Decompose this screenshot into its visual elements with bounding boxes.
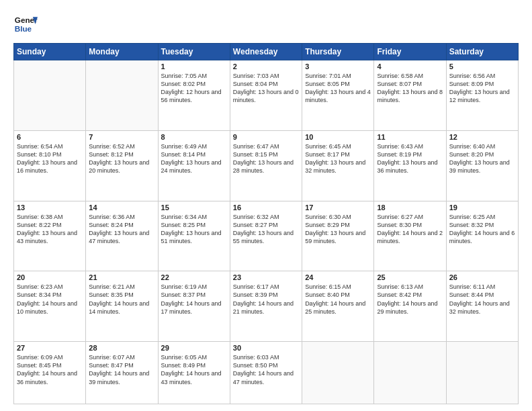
day-info: Sunrise: 6:07 AM Sunset: 8:47 PM Dayligh… xyxy=(89,353,154,386)
calendar-cell: 15Sunrise: 6:34 AM Sunset: 8:25 PM Dayli… xyxy=(158,201,230,271)
day-number: 4 xyxy=(377,62,443,71)
day-number: 18 xyxy=(377,203,443,212)
day-number: 30 xyxy=(233,344,299,352)
calendar-table: SundayMondayTuesdayWednesdayThursdayFrid… xyxy=(13,43,519,404)
day-info: Sunrise: 6:38 AM Sunset: 8:22 PM Dayligh… xyxy=(17,213,83,246)
day-number: 6 xyxy=(17,133,83,141)
day-info: Sunrise: 6:36 AM Sunset: 8:24 PM Dayligh… xyxy=(89,213,154,246)
calendar-cell: 14Sunrise: 6:36 AM Sunset: 8:24 PM Dayli… xyxy=(86,201,158,271)
logo: General Blue xyxy=(13,12,38,36)
weekday-monday: Monday xyxy=(86,44,158,60)
day-number: 21 xyxy=(89,273,154,281)
weekday-thursday: Thursday xyxy=(302,44,374,60)
calendar-cell: 17Sunrise: 6:30 AM Sunset: 8:29 PM Dayli… xyxy=(302,201,374,271)
day-info: Sunrise: 6:11 AM Sunset: 8:44 PM Dayligh… xyxy=(449,283,515,316)
weekday-friday: Friday xyxy=(374,44,446,60)
calendar-cell: 1Sunrise: 7:05 AM Sunset: 8:02 PM Daylig… xyxy=(158,60,230,131)
calendar-cell: 30Sunrise: 6:03 AM Sunset: 8:50 PM Dayli… xyxy=(230,342,302,404)
day-number: 26 xyxy=(449,273,515,281)
calendar-cell: 23Sunrise: 6:17 AM Sunset: 8:39 PM Dayli… xyxy=(230,271,302,342)
day-info: Sunrise: 6:47 AM Sunset: 8:15 PM Dayligh… xyxy=(233,142,299,175)
day-info: Sunrise: 6:49 AM Sunset: 8:14 PM Dayligh… xyxy=(161,142,227,175)
calendar-cell: 7Sunrise: 6:52 AM Sunset: 8:12 PM Daylig… xyxy=(86,130,158,201)
calendar-cell xyxy=(446,342,518,404)
calendar-cell: 27Sunrise: 6:09 AM Sunset: 8:45 PM Dayli… xyxy=(14,342,86,404)
calendar-cell: 9Sunrise: 6:47 AM Sunset: 8:15 PM Daylig… xyxy=(230,130,302,201)
day-number: 5 xyxy=(449,62,515,71)
day-number: 12 xyxy=(449,133,515,141)
calendar-cell: 3Sunrise: 7:01 AM Sunset: 8:05 PM Daylig… xyxy=(302,60,374,131)
day-info: Sunrise: 6:34 AM Sunset: 8:25 PM Dayligh… xyxy=(161,213,227,246)
day-number: 15 xyxy=(161,203,227,212)
day-info: Sunrise: 6:30 AM Sunset: 8:29 PM Dayligh… xyxy=(305,213,371,246)
calendar-cell xyxy=(14,60,86,131)
calendar-cell: 16Sunrise: 6:32 AM Sunset: 8:27 PM Dayli… xyxy=(230,201,302,271)
calendar-cell: 20Sunrise: 6:23 AM Sunset: 8:34 PM Dayli… xyxy=(14,271,86,342)
day-info: Sunrise: 6:09 AM Sunset: 8:45 PM Dayligh… xyxy=(17,353,83,386)
day-number: 7 xyxy=(89,133,154,141)
header: General Blue xyxy=(13,12,519,36)
page: General Blue SundayMondayTuesdayWednesda… xyxy=(0,0,532,411)
day-info: Sunrise: 6:13 AM Sunset: 8:42 PM Dayligh… xyxy=(377,283,443,316)
calendar-cell: 12Sunrise: 6:40 AM Sunset: 8:20 PM Dayli… xyxy=(446,130,518,201)
day-info: Sunrise: 6:23 AM Sunset: 8:34 PM Dayligh… xyxy=(17,283,83,316)
day-number: 25 xyxy=(377,273,443,281)
calendar-cell: 28Sunrise: 6:07 AM Sunset: 8:47 PM Dayli… xyxy=(86,342,158,404)
day-info: Sunrise: 6:54 AM Sunset: 8:10 PM Dayligh… xyxy=(17,142,83,175)
day-number: 14 xyxy=(89,203,154,212)
calendar-cell: 22Sunrise: 6:19 AM Sunset: 8:37 PM Dayli… xyxy=(158,271,230,342)
weekday-saturday: Saturday xyxy=(446,44,518,60)
calendar-week-2: 6Sunrise: 6:54 AM Sunset: 8:10 PM Daylig… xyxy=(14,130,519,201)
calendar-week-1: 1Sunrise: 7:05 AM Sunset: 8:02 PM Daylig… xyxy=(14,60,519,131)
day-info: Sunrise: 6:32 AM Sunset: 8:27 PM Dayligh… xyxy=(233,213,299,246)
day-info: Sunrise: 6:58 AM Sunset: 8:07 PM Dayligh… xyxy=(377,72,443,105)
calendar-cell: 5Sunrise: 6:56 AM Sunset: 8:09 PM Daylig… xyxy=(446,60,518,131)
day-number: 10 xyxy=(305,133,371,141)
calendar-cell: 18Sunrise: 6:27 AM Sunset: 8:30 PM Dayli… xyxy=(374,201,446,271)
day-number: 27 xyxy=(17,344,83,352)
day-info: Sunrise: 6:52 AM Sunset: 8:12 PM Dayligh… xyxy=(89,142,154,175)
calendar-cell: 19Sunrise: 6:25 AM Sunset: 8:32 PM Dayli… xyxy=(446,201,518,271)
weekday-sunday: Sunday xyxy=(14,44,86,60)
logo-icon: General Blue xyxy=(13,12,38,36)
day-number: 24 xyxy=(305,273,371,281)
day-number: 22 xyxy=(161,273,227,281)
calendar-cell: 13Sunrise: 6:38 AM Sunset: 8:22 PM Dayli… xyxy=(14,201,86,271)
day-number: 23 xyxy=(233,273,299,281)
day-info: Sunrise: 6:25 AM Sunset: 8:32 PM Dayligh… xyxy=(449,213,515,246)
day-info: Sunrise: 6:56 AM Sunset: 8:09 PM Dayligh… xyxy=(449,72,515,105)
day-number: 1 xyxy=(161,62,227,71)
calendar-cell: 25Sunrise: 6:13 AM Sunset: 8:42 PM Dayli… xyxy=(374,271,446,342)
day-number: 11 xyxy=(377,133,443,141)
day-info: Sunrise: 6:17 AM Sunset: 8:39 PM Dayligh… xyxy=(233,283,299,316)
day-info: Sunrise: 7:05 AM Sunset: 8:02 PM Dayligh… xyxy=(161,72,227,105)
day-info: Sunrise: 6:21 AM Sunset: 8:35 PM Dayligh… xyxy=(89,283,154,316)
day-number: 20 xyxy=(17,273,83,281)
calendar-cell xyxy=(86,60,158,131)
day-info: Sunrise: 6:27 AM Sunset: 8:30 PM Dayligh… xyxy=(377,213,443,246)
weekday-wednesday: Wednesday xyxy=(230,44,302,60)
day-info: Sunrise: 6:40 AM Sunset: 8:20 PM Dayligh… xyxy=(449,142,515,175)
day-info: Sunrise: 6:19 AM Sunset: 8:37 PM Dayligh… xyxy=(161,283,227,316)
calendar-cell: 29Sunrise: 6:05 AM Sunset: 8:49 PM Dayli… xyxy=(158,342,230,404)
day-info: Sunrise: 6:43 AM Sunset: 8:19 PM Dayligh… xyxy=(377,142,443,175)
calendar-week-4: 20Sunrise: 6:23 AM Sunset: 8:34 PM Dayli… xyxy=(14,271,519,342)
calendar-week-5: 27Sunrise: 6:09 AM Sunset: 8:45 PM Dayli… xyxy=(14,342,519,404)
day-info: Sunrise: 6:03 AM Sunset: 8:50 PM Dayligh… xyxy=(233,353,299,386)
day-number: 16 xyxy=(233,203,299,212)
calendar-cell: 8Sunrise: 6:49 AM Sunset: 8:14 PM Daylig… xyxy=(158,130,230,201)
svg-text:Blue: Blue xyxy=(15,24,32,33)
day-number: 3 xyxy=(305,62,371,71)
day-number: 2 xyxy=(233,62,299,71)
day-number: 29 xyxy=(161,344,227,352)
calendar-cell: 6Sunrise: 6:54 AM Sunset: 8:10 PM Daylig… xyxy=(14,130,86,201)
day-info: Sunrise: 7:03 AM Sunset: 8:04 PM Dayligh… xyxy=(233,72,299,105)
weekday-header-row: SundayMondayTuesdayWednesdayThursdayFrid… xyxy=(14,44,519,60)
day-number: 13 xyxy=(17,203,83,212)
day-number: 17 xyxy=(305,203,371,212)
day-number: 9 xyxy=(233,133,299,141)
day-info: Sunrise: 6:05 AM Sunset: 8:49 PM Dayligh… xyxy=(161,353,227,386)
day-number: 8 xyxy=(161,133,227,141)
calendar-cell: 10Sunrise: 6:45 AM Sunset: 8:17 PM Dayli… xyxy=(302,130,374,201)
weekday-tuesday: Tuesday xyxy=(158,44,230,60)
